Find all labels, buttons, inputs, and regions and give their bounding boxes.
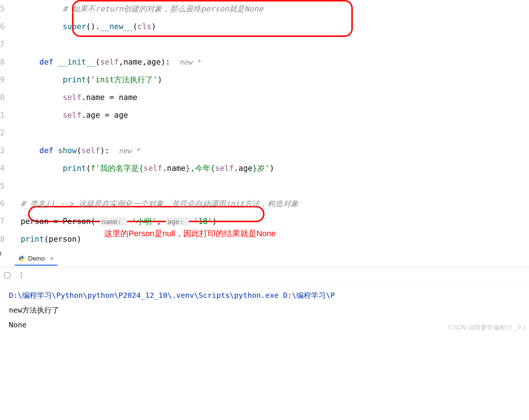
code-body[interactable]: # 如果不return创建的对象，那么最终person就是None super(… [7, 0, 525, 248]
left-panel-char: n [0, 249, 1, 257]
more-icon[interactable] [21, 272, 22, 278]
annotation-text: 这里的Person是null，因此打印的结果就是None [104, 228, 276, 239]
comment-line: # 类名() --> 这就是在实例化一个对象，并且会自动调用init方法，构造对… [21, 199, 298, 208]
super-call: super [63, 22, 86, 31]
console-output[interactable]: D:\编程学习\Python\python\P2024_12_10\.venv\… [0, 283, 529, 337]
code-editor[interactable]: 5 6 7 8 9 0 1 2 3 4 5 6 7 8 # 如果不return创… [0, 0, 529, 248]
param-hint-age: age: [166, 217, 189, 226]
console-line: None [9, 317, 520, 332]
comment-line: # 如果不return创建的对象，那么最终person就是None [63, 4, 263, 13]
console-line: new方法执行了 [9, 303, 520, 317]
console-toolbar [0, 268, 529, 283]
watermark: CSDN @我要学编程(ಥ_ಥ) [448, 320, 525, 335]
def-keyword: def [40, 58, 58, 66]
console-command: D:\编程学习\Python\python\P2024_12_10\.venv\… [9, 288, 520, 303]
python-icon [18, 255, 25, 262]
stop-icon[interactable] [4, 272, 10, 278]
tab-label: Demo [28, 255, 45, 262]
run-tab-demo[interactable]: Demo × [15, 253, 57, 266]
close-icon[interactable]: × [50, 255, 53, 262]
param-hint-name: name: [100, 217, 127, 226]
line-gutter: 5 6 7 8 9 0 1 2 3 4 5 6 7 8 [0, 0, 4, 248]
inlay-hint: new * [180, 58, 201, 66]
run-tab-bar: Demo × [0, 251, 529, 268]
inlay-hint: new * [119, 147, 140, 155]
